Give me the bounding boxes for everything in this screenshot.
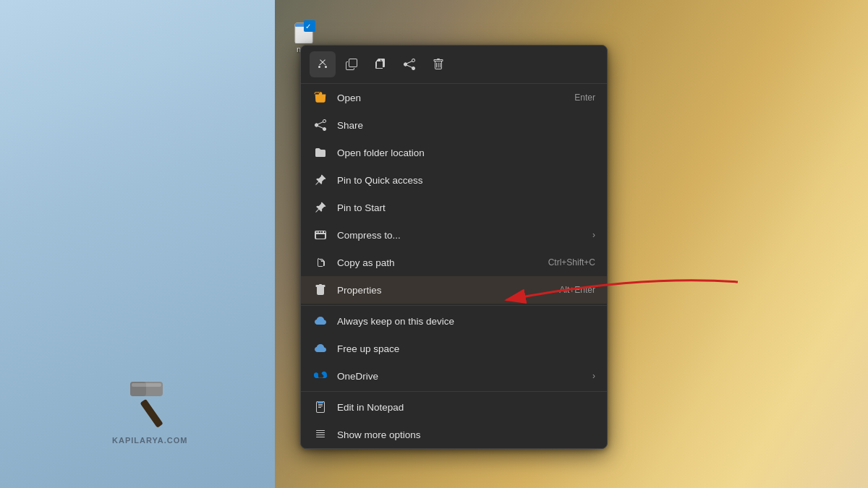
paste-button[interactable] [367,51,393,77]
menu-item-onedrive[interactable]: OneDrive › [301,362,607,390]
copy-path-icon [312,254,328,270]
svg-rect-0 [140,399,163,428]
menu-item-open[interactable]: Open Enter [301,84,607,111]
onedrive-label: OneDrive [337,371,587,382]
notepad-icon [312,399,328,415]
menu-item-pin-quick[interactable]: Pin to Quick access [301,166,607,194]
compress-icon [312,227,328,243]
svg-text:✓: ✓ [305,22,311,30]
open-folder-label: Open folder location [337,147,595,158]
compress-arrow: › [592,230,595,240]
share-button[interactable] [396,51,422,77]
pin-start-label: Pin to Start [337,202,595,213]
show-more-icon [312,427,328,442]
delete-button[interactable] [425,51,451,77]
properties-label: Properties [337,285,559,296]
paste-icon [375,59,386,70]
pin-start-icon [312,200,328,215]
svg-rect-3 [132,383,161,387]
menu-item-share[interactable]: Share [301,111,607,139]
menu-item-pin-start[interactable]: Pin to Start [301,194,607,221]
edit-notepad-label: Edit in Notepad [337,402,595,413]
file-icon: ✓ [292,20,315,43]
menu-item-properties[interactable]: Properties Alt+Enter [301,276,607,304]
share-menu-icon [312,117,328,133]
menu-item-edit-notepad[interactable]: Edit in Notepad [301,393,607,421]
share-icon [404,59,415,70]
delete-icon [433,59,444,70]
copy-path-shortcut: Ctrl+Shift+C [548,257,595,267]
free-space-label: Free up space [337,343,595,354]
free-space-icon [312,341,328,356]
keep-device-label: Always keep on this device [337,316,595,327]
compress-label: Compress to... [337,230,587,241]
svg-rect-8 [318,401,323,403]
open-folder-location-icon [312,145,328,160]
menu-item-free-space[interactable]: Free up space [301,335,607,362]
onedrive-arrow: › [592,371,595,381]
watermark-text: KAPILARYA.COM [112,436,187,445]
open-shortcut: Enter [574,93,595,103]
hammer-area: KAPILARYA.COM [112,371,187,445]
properties-shortcut: Alt+Enter [559,285,595,295]
cut-button[interactable] [310,51,336,77]
menu-item-show-more[interactable]: Show more options [301,421,607,448]
open-label: Open [337,93,574,103]
properties-icon [312,282,328,298]
show-more-label: Show more options [337,429,595,440]
copy-icon [346,59,357,70]
context-menu: Open Enter Share Open folder location Pi… [300,45,608,449]
separator-1 [301,305,607,306]
separator-2 [301,391,607,392]
share-label: Share [337,120,595,131]
menu-item-keep-device[interactable]: Always keep on this device [301,307,607,335]
menu-item-compress[interactable]: Compress to... › [301,221,607,249]
toolbar-row [301,46,607,84]
menu-item-copy-path[interactable]: Copy as path Ctrl+Shift+C [301,249,607,276]
copy-path-label: Copy as path [337,257,548,268]
copy-button[interactable] [339,51,365,77]
keep-device-icon [312,313,328,329]
onedrive-icon [312,368,328,384]
hammer-icon [117,371,182,429]
open-folder-icon [312,90,328,106]
pin-quick-label: Pin to Quick access [337,175,595,186]
menu-item-open-folder[interactable]: Open folder location [301,139,607,166]
pin-quick-icon [312,172,328,188]
cut-icon [317,59,328,70]
